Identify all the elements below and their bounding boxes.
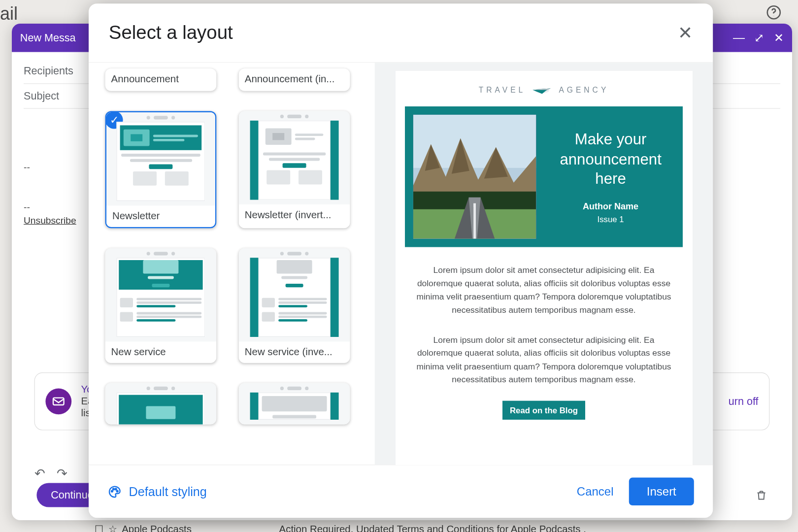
layout-card-newsletter[interactable]: ✓ Newsletter (105, 111, 217, 229)
preview-content: TRAVEL AGENCY (396, 71, 692, 465)
layout-thumb (105, 383, 217, 425)
select-layout-dialog: Select a layout ✕ Announcement Announcem… (89, 3, 713, 518)
default-styling-label: Default styling (129, 484, 207, 499)
preview-author: Author Name (548, 201, 673, 211)
layout-label: New service (105, 342, 217, 363)
svg-rect-13 (473, 203, 476, 239)
layout-label: Announcement (in... (239, 68, 350, 90)
cancel-button[interactable]: Cancel (577, 485, 614, 499)
layout-label: Newsletter (106, 206, 215, 227)
dialog-title: Select a layout (109, 22, 233, 43)
layout-thumb (106, 112, 215, 206)
layout-thumb (239, 248, 350, 342)
svg-rect-14 (473, 203, 476, 207)
preview-brand: TRAVEL AGENCY (396, 71, 692, 106)
layout-card-partial-1[interactable] (105, 383, 217, 425)
brand-text-left: TRAVEL (479, 85, 526, 94)
layout-options-pane: Announcement Announcement (in... ✓ (89, 63, 375, 465)
brand-text-right: AGENCY (559, 85, 609, 94)
layout-card-new-service[interactable]: New service (105, 248, 217, 363)
layout-label: Announcement (105, 68, 217, 90)
layout-preview-pane: TRAVEL AGENCY (375, 63, 713, 465)
svg-point-16 (113, 488, 114, 490)
layout-label: Newsletter (invert... (239, 204, 350, 226)
layout-thumb (239, 383, 350, 425)
svg-point-18 (117, 490, 118, 492)
preview-headline: Make your announcement here (548, 130, 673, 190)
palette-icon (107, 484, 122, 499)
preview-photo (413, 115, 536, 239)
close-dialog-icon[interactable]: ✕ (678, 23, 693, 43)
layout-thumb (239, 111, 350, 205)
preview-paragraph-2: Lorem ipsum dolor sit amet consectetur a… (396, 317, 692, 386)
layout-card-announcement-inverted[interactable]: Announcement (in... (239, 68, 350, 91)
layout-card-announcement[interactable]: Announcement (105, 68, 217, 91)
plane-icon (531, 82, 554, 99)
layout-label: New service (inve... (239, 342, 350, 363)
layout-card-newsletter-inverted[interactable]: Newsletter (invert... (239, 111, 350, 229)
svg-point-15 (111, 490, 113, 492)
layout-card-partial-2[interactable] (239, 383, 350, 425)
default-styling-button[interactable]: Default styling (107, 484, 206, 499)
preview-hero: Make your announcement here Author Name … (405, 106, 683, 247)
preview-paragraph-1: Lorem ipsum dolor sit amet consectetur a… (396, 247, 692, 317)
preview-issue: Issue 1 (548, 215, 673, 224)
preview-cta-button: Read on the Blog (502, 400, 585, 419)
layout-thumb (105, 248, 217, 342)
insert-button[interactable]: Insert (629, 478, 694, 505)
layout-card-new-service-inverted[interactable]: New service (inve... (239, 248, 350, 363)
svg-point-17 (115, 488, 117, 490)
